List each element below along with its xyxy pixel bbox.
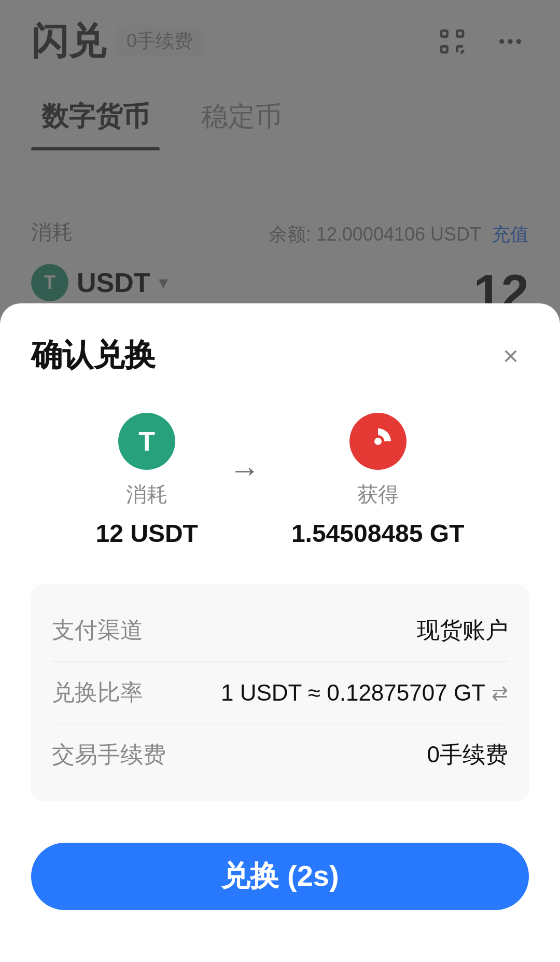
from-label: 消耗 <box>126 480 167 509</box>
transaction-fee-label: 交易手续费 <box>52 740 166 770</box>
bottom-sheet-modal: 确认兑换 × T 消耗 12 USDT → 获得 1.54508485 GT <box>0 303 560 962</box>
confirm-btn-label: 兑换 (2s) <box>221 857 339 896</box>
exchange-rate-label: 兑换比率 <box>52 677 143 708</box>
svg-point-13 <box>374 438 382 445</box>
payment-channel-value: 现货账户 <box>417 615 508 646</box>
modal-header: 确认兑换 × <box>31 334 529 377</box>
flow-arrow-icon: → <box>229 452 260 488</box>
payment-channel-label: 支付渠道 <box>52 615 143 646</box>
to-amount: 1.54508485 GT <box>291 519 465 548</box>
details-table: 支付渠道 现货账户 兑换比率 1 USDT ≈ 0.12875707 GT ⇄ … <box>31 584 529 801</box>
from-usdt-icon: T <box>118 413 175 470</box>
modal-title: 确认兑换 <box>31 334 156 377</box>
from-amount: 12 USDT <box>96 519 198 548</box>
refresh-icon[interactable]: ⇄ <box>492 681 508 704</box>
from-item: T 消耗 12 USDT <box>96 413 198 548</box>
detail-row-fee: 交易手续费 0手续费 <box>52 724 508 786</box>
confirm-exchange-button[interactable]: 兑换 (2s) <box>31 843 529 910</box>
close-button[interactable]: × <box>493 338 529 374</box>
to-gt-icon <box>349 413 407 470</box>
detail-row-rate: 兑换比率 1 USDT ≈ 0.12875707 GT ⇄ <box>52 662 508 724</box>
to-item: 获得 1.54508485 GT <box>291 413 465 548</box>
exchange-flow: T 消耗 12 USDT → 获得 1.54508485 GT <box>31 413 529 548</box>
exchange-rate-value: 1 USDT ≈ 0.12875707 GT ⇄ <box>221 680 508 706</box>
to-label: 获得 <box>357 480 399 509</box>
transaction-fee-value: 0手续费 <box>427 740 508 770</box>
detail-row-payment: 支付渠道 现货账户 <box>52 599 508 662</box>
